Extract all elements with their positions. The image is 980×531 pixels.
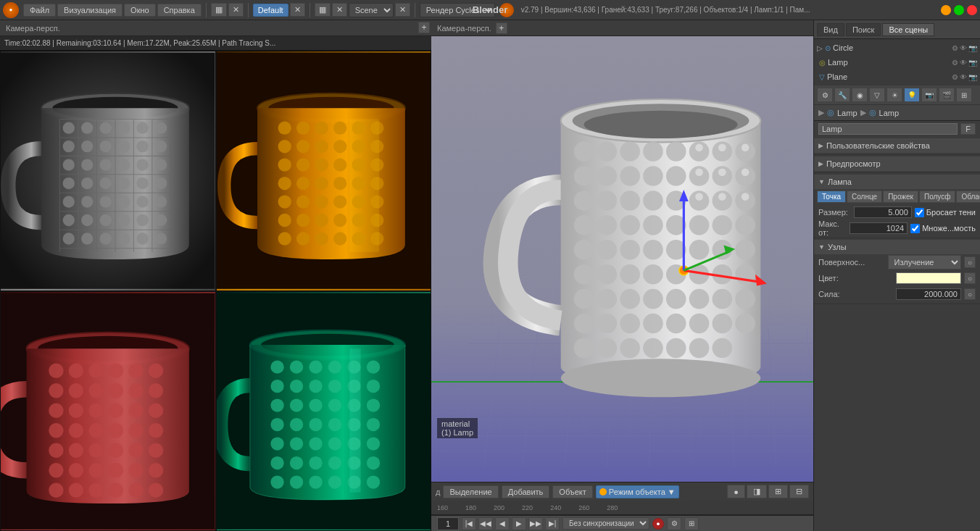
- prop-f-button[interactable]: F: [960, 123, 976, 135]
- props-icon-6[interactable]: 💡: [904, 88, 920, 102]
- prop-name-input[interactable]: [818, 123, 958, 135]
- svg-point-42: [63, 196, 75, 207]
- vp-object-btn[interactable]: Объект: [552, 485, 592, 498]
- color-swatch[interactable]: [896, 272, 961, 284]
- vp-icon-4[interactable]: ⊟: [789, 485, 809, 498]
- tab-all-scenes[interactable]: Все сцены: [882, 23, 934, 36]
- blender-logo[interactable]: ●: [3, 2, 19, 18]
- layout-add-icon[interactable]: ✕: [290, 3, 305, 17]
- tree-eye-plane[interactable]: 👁: [960, 73, 967, 81]
- frame-prev[interactable]: ◀◀: [478, 517, 493, 530]
- frame-fwd[interactable]: ▶▶: [528, 517, 543, 530]
- close-btn[interactable]: [967, 5, 977, 15]
- tree-item-lamp[interactable]: ◎ Lamp ⚙ 👁 📷: [814, 55, 980, 70]
- tree-item-plane[interactable]: ▽ Plane ⚙ 👁 📷: [814, 70, 980, 84]
- size-input[interactable]: [854, 206, 912, 218]
- tab-view[interactable]: Вид: [817, 23, 844, 36]
- timeline-bar: 1 |◀ ◀◀ ◀ ▶ ▶▶ ▶| Без синхронизации ● ⚙ …: [431, 515, 813, 531]
- svg-point-254: [620, 240, 640, 260]
- color-circle-btn[interactable]: ○: [964, 272, 976, 284]
- lamp-type-area[interactable]: Область: [956, 191, 980, 203]
- svg-point-138: [49, 463, 63, 477]
- viewport-header-plus[interactable]: +: [496, 22, 507, 34]
- svg-point-115: [69, 383, 83, 398]
- menu-render[interactable]: Визуализация: [57, 4, 122, 17]
- tree-render-circle[interactable]: 📷: [968, 44, 977, 52]
- frame-skip-start[interactable]: |◀: [462, 517, 476, 530]
- svg-point-112: [128, 363, 143, 377]
- nodes-dropdown[interactable]: Излучение: [888, 255, 962, 269]
- tree-vis-1-lamp[interactable]: ⚙: [952, 59, 958, 67]
- vp-select-btn[interactable]: Выделение: [443, 485, 498, 498]
- nodes-circle-btn[interactable]: ○: [964, 256, 976, 268]
- props-icon-8[interactable]: 🎬: [939, 88, 955, 102]
- layout-icon-1[interactable]: ▦: [211, 3, 227, 17]
- props-icon-2[interactable]: 🔧: [834, 88, 850, 102]
- scene-icon-1[interactable]: ▦: [315, 3, 331, 17]
- strength-input[interactable]: [896, 288, 961, 300]
- lamp-type-hemi[interactable]: Полусф: [919, 191, 955, 203]
- svg-point-287: [643, 338, 663, 359]
- props-icon-4[interactable]: ▽: [869, 88, 885, 102]
- vp-mode-btn[interactable]: Режим объекта ▼: [596, 485, 679, 498]
- render-cell-red: [0, 291, 216, 532]
- preview-header[interactable]: ▶ Предпросмотр: [814, 156, 980, 171]
- tree-vis-1-plane[interactable]: ⚙: [952, 73, 958, 81]
- viewport-3d[interactable]: material (1) Lamp: [431, 36, 813, 482]
- timeline-settings[interactable]: ⚙: [667, 517, 681, 530]
- svg-point-64: [296, 121, 310, 134]
- frame-skip-end[interactable]: ▶|: [545, 517, 560, 530]
- scene-icon-2[interactable]: ✕: [332, 3, 347, 17]
- props-icon-3[interactable]: ◉: [852, 88, 868, 102]
- svg-point-292: [718, 143, 726, 151]
- maxdist-input[interactable]: [850, 222, 908, 234]
- props-icon-7[interactable]: 📷: [921, 88, 937, 102]
- lamp-type-sun[interactable]: Солнце: [847, 191, 882, 203]
- svg-point-33: [118, 159, 130, 170]
- tree-vis-1-circle[interactable]: ⚙: [952, 44, 958, 52]
- layout-icon-2[interactable]: ✕: [228, 3, 244, 17]
- lamp-type-point[interactable]: Точка: [817, 191, 846, 203]
- render-header: Камера-персп. +: [0, 20, 431, 36]
- tree-render-plane[interactable]: 📷: [968, 73, 977, 81]
- cast-shadow-checkbox[interactable]: [915, 208, 924, 217]
- lamp-header[interactable]: ▼ Лампа: [814, 175, 980, 189]
- sync-select[interactable]: Без синхронизации: [562, 517, 649, 530]
- layout-default[interactable]: Default: [253, 4, 288, 17]
- svg-point-48: [63, 214, 75, 226]
- tree-render-lamp[interactable]: 📷: [968, 59, 977, 67]
- minimize-btn[interactable]: [941, 5, 951, 15]
- svg-point-139: [69, 463, 83, 477]
- props-icon-1[interactable]: ⚙: [817, 88, 833, 102]
- nodes-header[interactable]: ▼ Узлы: [814, 240, 980, 254]
- props-icon-9[interactable]: ⊞: [956, 88, 972, 102]
- breadcrumb-path2: Lamp: [879, 109, 900, 117]
- scene-add-icon[interactable]: ✕: [395, 3, 410, 17]
- svg-point-63: [278, 121, 291, 134]
- record-btn[interactable]: ●: [652, 518, 664, 530]
- multiple-checkbox[interactable]: [910, 224, 920, 233]
- vp-icon-2[interactable]: ◨: [747, 485, 767, 498]
- frame-input[interactable]: 1: [437, 517, 459, 530]
- timeline-extra[interactable]: ⊞: [684, 517, 699, 530]
- menu-file[interactable]: Файл: [23, 4, 56, 17]
- svg-point-296: [742, 168, 749, 176]
- maximize-btn[interactable]: [954, 5, 964, 15]
- vp-icon-1[interactable]: ●: [727, 485, 745, 498]
- user-props-header[interactable]: ▶ Пользовательские свойства: [814, 138, 980, 153]
- strength-circle-btn[interactable]: ○: [964, 288, 976, 300]
- props-icon-5[interactable]: ☀: [886, 88, 902, 102]
- frame-back[interactable]: ◀: [495, 517, 510, 530]
- vp-add-btn[interactable]: Добавить: [502, 485, 550, 498]
- tree-eye-lamp[interactable]: 👁: [960, 59, 967, 67]
- frame-play[interactable]: ▶: [512, 517, 526, 530]
- menu-window[interactable]: Окно: [124, 4, 156, 17]
- scene-select[interactable]: Scene: [349, 3, 394, 17]
- render-header-plus[interactable]: +: [418, 22, 430, 33]
- tree-eye-circle[interactable]: 👁: [960, 44, 967, 52]
- tree-item-circle[interactable]: ▷ ⊙ Circle ⚙ 👁 📷: [814, 41, 980, 55]
- lamp-type-spot[interactable]: Прожек: [883, 191, 918, 203]
- vp-icon-3[interactable]: ⊞: [768, 485, 788, 498]
- menu-help[interactable]: Справка: [157, 4, 202, 17]
- tab-search[interactable]: Поиск: [846, 23, 881, 36]
